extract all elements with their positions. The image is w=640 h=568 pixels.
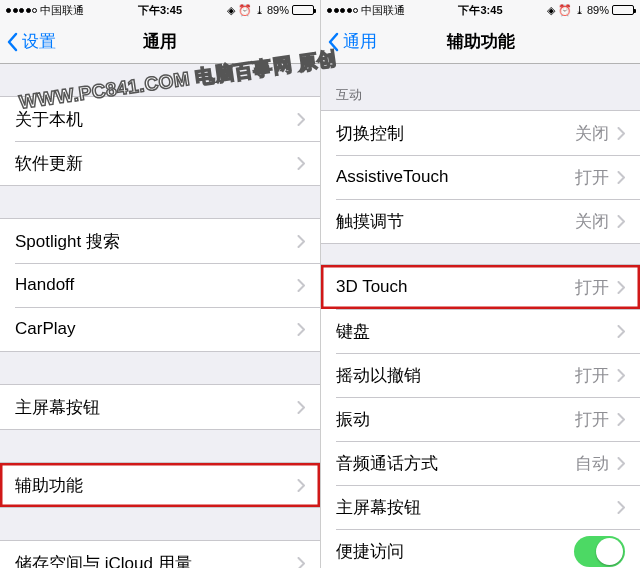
chevron-right-icon	[617, 281, 625, 294]
accessibility-list[interactable]: 互动 切换控制关闭AssistiveTouch打开触摸调节关闭 3D Touch…	[321, 64, 640, 568]
list-item[interactable]: AssistiveTouch打开	[321, 155, 640, 199]
chevron-right-icon	[617, 215, 625, 228]
settings-group: Spotlight 搜索HandoffCarPlay	[0, 218, 320, 352]
chevron-right-icon	[297, 557, 305, 569]
cell-value: 打开	[575, 276, 609, 299]
cell-value: 关闭	[575, 122, 609, 145]
chevron-left-icon	[327, 32, 339, 52]
chevron-right-icon	[617, 457, 625, 470]
battery-percent: 89%	[587, 4, 609, 16]
cell-label: 摇动以撤销	[336, 364, 575, 387]
chevron-right-icon	[617, 171, 625, 184]
back-button[interactable]: 设置	[0, 30, 56, 53]
back-button[interactable]: 通用	[321, 30, 377, 53]
list-item[interactable]: 3D Touch打开	[321, 265, 640, 309]
list-item[interactable]: 主屏幕按钮	[321, 485, 640, 529]
list-item[interactable]: 振动打开	[321, 397, 640, 441]
list-item[interactable]: 储存空间与 iCloud 用量	[0, 541, 320, 568]
cell-value: 打开	[575, 166, 609, 189]
battery-percent: 89%	[267, 4, 289, 16]
status-bar: 中国联通 下午3:45 ◈ ⏰ ⤓ 89%	[0, 0, 320, 20]
chevron-right-icon	[297, 235, 305, 248]
cell-label: 软件更新	[15, 152, 297, 175]
back-label: 通用	[343, 30, 377, 53]
cell-label: 触摸调节	[336, 210, 575, 233]
cell-label: 主屏幕按钮	[15, 396, 297, 419]
status-bar: 中国联通 下午3:45 ◈ ⏰ ⤓ 89%	[321, 0, 640, 20]
list-item[interactable]: 触摸调节关闭	[321, 199, 640, 243]
settings-list[interactable]: 关于本机软件更新Spotlight 搜索HandoffCarPlay主屏幕按钮辅…	[0, 64, 320, 568]
cell-label: 音频通话方式	[336, 452, 575, 475]
screen-general: 中国联通 下午3:45 ◈ ⏰ ⤓ 89% 设置 通用 关于本机软件更新Spot…	[0, 0, 320, 568]
list-item[interactable]: 键盘	[321, 309, 640, 353]
cell-label: Handoff	[15, 275, 297, 295]
cell-label: 储存空间与 iCloud 用量	[15, 552, 297, 569]
chevron-right-icon	[617, 369, 625, 382]
battery-icon	[612, 5, 634, 15]
page-title: 辅助功能	[447, 30, 515, 53]
cell-value: 打开	[575, 408, 609, 431]
cell-label: 主屏幕按钮	[336, 496, 617, 519]
list-item[interactable]: Handoff	[0, 263, 320, 307]
chevron-left-icon	[6, 32, 18, 52]
page-title: 通用	[143, 30, 177, 53]
group-interaction: 切换控制关闭AssistiveTouch打开触摸调节关闭	[321, 110, 640, 244]
cell-label: 辅助功能	[15, 474, 297, 497]
settings-group: 主屏幕按钮	[0, 384, 320, 430]
alarm-icon: ⏰	[238, 4, 252, 17]
chevron-right-icon	[297, 279, 305, 292]
back-label: 设置	[22, 30, 56, 53]
signal-dots	[327, 8, 358, 13]
chevron-right-icon	[297, 401, 305, 414]
cell-label: 3D Touch	[336, 277, 575, 297]
list-item[interactable]: Spotlight 搜索	[0, 219, 320, 263]
carrier-label: 中国联通	[361, 3, 405, 18]
chevron-right-icon	[617, 413, 625, 426]
settings-group: 辅助功能	[0, 462, 320, 508]
list-item[interactable]: 切换控制关闭	[321, 111, 640, 155]
carrier-label: 中国联通	[40, 3, 84, 18]
battery-icon	[292, 5, 314, 15]
settings-group: 关于本机软件更新	[0, 96, 320, 186]
chevron-right-icon	[617, 325, 625, 338]
cell-value: 自动	[575, 452, 609, 475]
chevron-right-icon	[297, 157, 305, 170]
status-time: 下午3:45	[458, 3, 502, 18]
cell-label: 键盘	[336, 320, 617, 343]
signal-dots	[6, 8, 37, 13]
section-header-interaction: 互动	[321, 64, 640, 110]
chevron-right-icon	[297, 479, 305, 492]
cell-label: CarPlay	[15, 319, 297, 339]
cell-label: 切换控制	[336, 122, 575, 145]
list-item[interactable]: 关于本机	[0, 97, 320, 141]
location-icon: ◈	[227, 4, 235, 17]
cell-label: AssistiveTouch	[336, 167, 575, 187]
list-item[interactable]: 辅助功能	[0, 463, 320, 507]
list-item[interactable]: 主屏幕按钮	[0, 385, 320, 429]
list-item[interactable]: 软件更新	[0, 141, 320, 185]
cell-label: 振动	[336, 408, 575, 431]
group-touch: 3D Touch打开键盘摇动以撤销打开振动打开音频通话方式自动主屏幕按钮便捷访问	[321, 264, 640, 568]
alarm-icon: ⏰	[558, 4, 572, 17]
chevron-right-icon	[617, 501, 625, 514]
cell-value: 打开	[575, 364, 609, 387]
cell-label: 关于本机	[15, 108, 297, 131]
lock-icon: ⤓	[575, 4, 584, 17]
toggle-switch[interactable]	[574, 536, 625, 567]
screen-accessibility: 中国联通 下午3:45 ◈ ⏰ ⤓ 89% 通用 辅助功能 互动 切换控制关闭A…	[320, 0, 640, 568]
chevron-right-icon	[297, 113, 305, 126]
settings-group: 储存空间与 iCloud 用量后台应用刷新	[0, 540, 320, 568]
status-time: 下午3:45	[138, 3, 182, 18]
lock-icon: ⤓	[255, 4, 264, 17]
list-item[interactable]: 摇动以撤销打开	[321, 353, 640, 397]
cell-label: Spotlight 搜索	[15, 230, 297, 253]
chevron-right-icon	[297, 323, 305, 336]
navbar: 通用 辅助功能	[321, 20, 640, 64]
list-item[interactable]: CarPlay	[0, 307, 320, 351]
list-item[interactable]: 音频通话方式自动	[321, 441, 640, 485]
chevron-right-icon	[617, 127, 625, 140]
list-item[interactable]: 便捷访问	[321, 529, 640, 568]
navbar: 设置 通用	[0, 20, 320, 64]
cell-value: 关闭	[575, 210, 609, 233]
cell-label: 便捷访问	[336, 540, 574, 563]
